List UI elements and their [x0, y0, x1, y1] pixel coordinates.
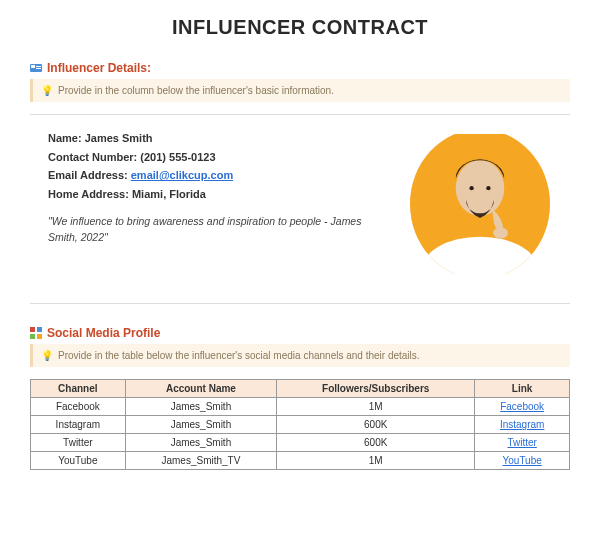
svg-point-9	[493, 227, 508, 238]
name-value: James Smith	[85, 132, 153, 144]
table-row: Twitter James_Smith 600K Twitter	[31, 434, 570, 452]
svg-rect-13	[37, 334, 42, 339]
contact-value: (201) 555-0123	[140, 151, 215, 163]
svg-point-8	[486, 186, 490, 190]
divider	[30, 303, 570, 304]
profile-card-icon	[30, 62, 42, 74]
divider	[30, 114, 570, 115]
hint-text: Provide in the table below the influence…	[58, 350, 420, 361]
page-title: INFLUENCER CONTRACT	[30, 16, 570, 39]
svg-point-6	[456, 160, 505, 216]
cell-followers: 1M	[277, 452, 475, 470]
hint-bar-details: 💡 Provide in the column below the influe…	[30, 79, 570, 102]
cell-link[interactable]: YouTube	[503, 455, 542, 466]
address-value: Miami, Florida	[132, 188, 206, 200]
cell-followers: 600K	[277, 416, 475, 434]
svg-rect-10	[30, 327, 35, 332]
table-row: Instagram James_Smith 600K Instagram	[31, 416, 570, 434]
cell-account: James_Smith_TV	[125, 452, 276, 470]
influencer-details-block: Name: James Smith Contact Number: (201) …	[30, 129, 570, 293]
svg-rect-1	[31, 65, 35, 68]
cell-channel: YouTube	[31, 452, 126, 470]
cell-followers: 1M	[277, 398, 475, 416]
cell-account: James_Smith	[125, 434, 276, 452]
col-channel: Channel	[31, 380, 126, 398]
hint-text: Provide in the column below the influenc…	[58, 85, 334, 96]
address-label: Home Address:	[48, 188, 129, 200]
cell-followers: 600K	[277, 434, 475, 452]
influencer-quote: "We influence to bring awareness and ins…	[48, 214, 390, 246]
col-link: Link	[475, 380, 570, 398]
cell-link[interactable]: Facebook	[500, 401, 544, 412]
col-followers: Followers/Subscribers	[277, 380, 475, 398]
svg-rect-11	[37, 327, 42, 332]
social-icon	[30, 327, 42, 339]
cell-account: James_Smith	[125, 398, 276, 416]
influencer-details-text: Name: James Smith Contact Number: (201) …	[30, 129, 390, 245]
name-label: Name:	[48, 132, 82, 144]
email-label: Email Address:	[48, 169, 128, 181]
cell-channel: Twitter	[31, 434, 126, 452]
svg-point-7	[469, 186, 473, 190]
cell-channel: Facebook	[31, 398, 126, 416]
lightbulb-icon: 💡	[41, 85, 53, 96]
avatar-wrap	[410, 129, 570, 279]
section-heading: Influencer Details:	[47, 61, 151, 75]
section-header-details: Influencer Details:	[30, 61, 570, 75]
table-row: Facebook James_Smith 1M Facebook	[31, 398, 570, 416]
table-header-row: Channel Account Name Followers/Subscribe…	[31, 380, 570, 398]
svg-rect-2	[36, 66, 41, 67]
contact-label: Contact Number:	[48, 151, 137, 163]
cell-account: James_Smith	[125, 416, 276, 434]
cell-link[interactable]: Instagram	[500, 419, 544, 430]
svg-rect-3	[36, 68, 41, 69]
col-account: Account Name	[125, 380, 276, 398]
section-heading: Social Media Profile	[47, 326, 160, 340]
social-media-table: Channel Account Name Followers/Subscribe…	[30, 379, 570, 470]
table-row: YouTube James_Smith_TV 1M YouTube	[31, 452, 570, 470]
email-link[interactable]: email@clikcup.com	[131, 169, 233, 181]
influencer-avatar	[410, 129, 550, 279]
lightbulb-icon: 💡	[41, 350, 53, 361]
svg-rect-12	[30, 334, 35, 339]
hint-bar-social: 💡 Provide in the table below the influen…	[30, 344, 570, 367]
section-header-social: Social Media Profile	[30, 326, 570, 340]
cell-channel: Instagram	[31, 416, 126, 434]
cell-link[interactable]: Twitter	[507, 437, 536, 448]
